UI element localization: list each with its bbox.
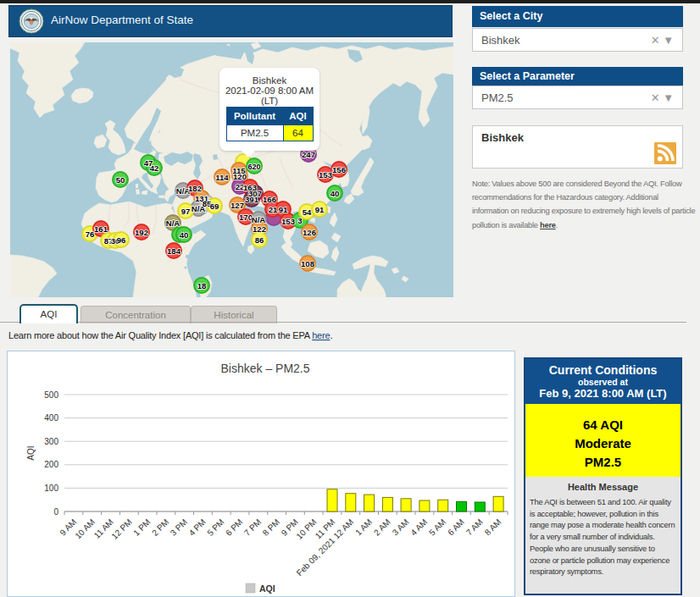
svg-text:1 AM: 1 AM <box>353 517 374 538</box>
svg-text:0: 0 <box>53 507 58 517</box>
svg-text:200: 200 <box>44 460 58 469</box>
svg-text:3 AM: 3 AM <box>391 517 411 538</box>
svg-text:96: 96 <box>117 235 126 245</box>
svg-text:10 AM: 10 AM <box>73 517 97 541</box>
svg-text:122: 122 <box>253 224 266 234</box>
svg-text:400: 400 <box>44 413 58 423</box>
svg-text:76: 76 <box>86 229 95 239</box>
svg-text:91: 91 <box>315 205 325 214</box>
svg-text:1 PM: 1 PM <box>131 517 152 538</box>
svg-text:AQI: AQI <box>259 583 275 594</box>
svg-text:Bishkek – PM2.5: Bishkek – PM2.5 <box>220 362 309 375</box>
svg-text:86: 86 <box>255 235 264 245</box>
svg-text:50: 50 <box>116 175 125 185</box>
svg-text:N/A: N/A <box>252 215 266 224</box>
svg-text:10 PM: 10 PM <box>294 517 318 541</box>
svg-text:2 AM: 2 AM <box>372 517 392 538</box>
svg-text:161: 161 <box>94 224 108 234</box>
svg-text:5 PM: 5 PM <box>205 517 225 538</box>
svg-text:40: 40 <box>331 189 340 198</box>
svg-text:3: 3 <box>297 216 302 225</box>
svg-text:182: 182 <box>188 184 202 193</box>
svg-text:54: 54 <box>303 207 312 217</box>
svg-text:184: 184 <box>167 246 181 256</box>
svg-text:153: 153 <box>319 170 332 180</box>
svg-text:108: 108 <box>301 259 314 268</box>
svg-text:97: 97 <box>181 207 191 216</box>
svg-text:4 PM: 4 PM <box>187 517 208 538</box>
svg-text:7 PM: 7 PM <box>242 517 263 538</box>
svg-text:156: 156 <box>332 165 346 174</box>
svg-text:500: 500 <box>44 390 58 400</box>
svg-text:100: 100 <box>44 484 58 493</box>
svg-text:6 PM: 6 PM <box>224 517 244 538</box>
svg-text:192: 192 <box>135 228 148 237</box>
svg-text:247: 247 <box>302 150 315 159</box>
svg-text:391: 391 <box>245 195 259 204</box>
svg-text:2 PM: 2 PM <box>150 517 170 538</box>
svg-text:170: 170 <box>239 213 253 222</box>
svg-text:114: 114 <box>215 173 229 182</box>
svg-text:153: 153 <box>281 217 295 226</box>
svg-text:40: 40 <box>180 230 189 240</box>
svg-text:127: 127 <box>231 201 244 210</box>
svg-text:4 AM: 4 AM <box>408 517 429 538</box>
svg-text:69: 69 <box>210 202 219 211</box>
svg-text:N/A: N/A <box>166 218 181 228</box>
svg-text:42: 42 <box>150 163 159 173</box>
svg-text:21: 21 <box>269 205 278 214</box>
svg-text:3 PM: 3 PM <box>169 517 189 538</box>
svg-text:126: 126 <box>303 228 316 237</box>
svg-text:300: 300 <box>44 437 58 446</box>
svg-text:5 AM: 5 AM <box>427 517 447 538</box>
svg-text:18: 18 <box>197 281 207 290</box>
svg-text:8 AM: 8 AM <box>483 517 503 538</box>
svg-text:91: 91 <box>279 205 288 214</box>
svg-text:7 AM: 7 AM <box>464 517 485 538</box>
svg-text:AQI: AQI <box>26 445 36 460</box>
svg-text:120: 120 <box>233 172 247 181</box>
svg-text:8 PM: 8 PM <box>261 517 281 538</box>
svg-text:6 AM: 6 AM <box>446 517 466 538</box>
svg-text:166: 166 <box>263 195 276 204</box>
svg-text:12 PM: 12 PM <box>109 517 133 541</box>
